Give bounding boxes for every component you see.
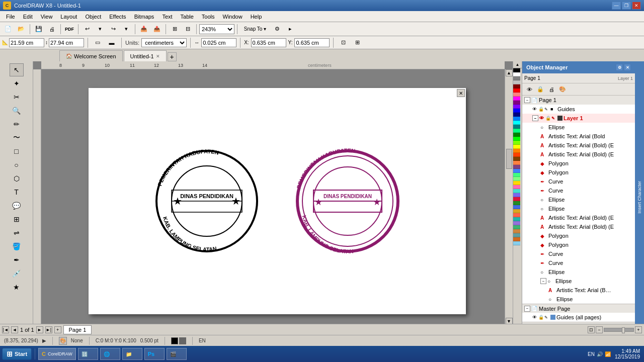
view-zoom-in[interactable]: + — [635, 326, 642, 333]
taskbar-calc[interactable]: 🔢 — [78, 348, 98, 360]
fill-tool[interactable]: 🪣 — [10, 240, 24, 253]
panel-move-down[interactable]: ↓ — [557, 323, 568, 324]
color-swatch[interactable] — [513, 105, 520, 109]
tab-document[interactable]: Untitled-1 ✕ — [124, 50, 167, 61]
color-swatch[interactable] — [513, 233, 520, 237]
tree-text-6[interactable]: A Artistic Text: Arial (Bold — [522, 286, 635, 295]
outline-tool[interactable]: ✒ — [10, 253, 24, 266]
zoom-thumb[interactable] — [622, 327, 625, 333]
import-button[interactable]: 📥 — [138, 24, 150, 35]
tree-polygon-4[interactable]: ◆ Polygon — [522, 240, 635, 249]
ellipse-tool[interactable]: ○ — [10, 158, 24, 171]
page-prev[interactable]: ◄ — [11, 326, 18, 333]
close-button[interactable]: ✕ — [632, 2, 641, 10]
color-swatch[interactable] — [513, 201, 520, 205]
panel-print[interactable]: 🖨 — [546, 85, 556, 94]
portrait-btn[interactable]: ▭ — [92, 37, 104, 48]
color-swatch[interactable] — [513, 197, 520, 201]
color-swatch[interactable] — [513, 241, 520, 245]
color-swatch-1[interactable] — [171, 337, 178, 344]
undo-button[interactable]: ↩ — [81, 24, 93, 35]
polygon-tool[interactable]: ⬡ — [10, 172, 24, 185]
tree-text-2[interactable]: A Artistic Text: Arial (Bold) (E — [522, 141, 635, 150]
color-swatch[interactable] — [513, 121, 520, 125]
tree-ellipse-2[interactable]: ○ Ellipse — [522, 195, 635, 204]
restore-button[interactable]: ❐ — [622, 2, 631, 10]
taskbar-photoshop[interactable]: Ps — [144, 348, 165, 360]
panel-color[interactable]: 🎨 — [557, 85, 568, 94]
open-button[interactable]: 📂 — [15, 24, 27, 35]
shape-edit-tool[interactable]: ✦ — [10, 77, 24, 90]
text-tool[interactable]: T — [10, 186, 24, 199]
minimize-button[interactable]: — — [612, 2, 621, 10]
color-swatch[interactable] — [513, 205, 520, 209]
insert-char-panel[interactable]: Insert Character — [635, 61, 644, 324]
align-btn[interactable]: ⊞ — [351, 37, 363, 48]
menu-tools[interactable]: Tools — [198, 13, 219, 21]
rectangle-tool[interactable]: □ — [10, 145, 24, 158]
tree-polygon-3[interactable]: ◆ Polygon — [522, 231, 635, 240]
tree-guides-all[interactable]: 👁 🔒 ✎ Guides (all pages) — [522, 313, 635, 322]
panel-scroll-left[interactable]: ◄ — [580, 323, 590, 324]
panel-lock[interactable]: 🔒 — [535, 85, 545, 94]
callout-tool[interactable]: 💬 — [10, 199, 24, 212]
undo-dropdown[interactable]: ▾ — [94, 24, 106, 35]
start-button[interactable]: ⊞ Start — [2, 348, 32, 360]
page-add[interactable]: + — [54, 326, 61, 333]
nudge-input[interactable] — [201, 38, 236, 47]
units-select[interactable]: centimeters inches pixels — [141, 38, 187, 47]
x-input[interactable] — [251, 38, 286, 47]
color-swatch[interactable] — [513, 213, 520, 217]
color-swatch[interactable] — [513, 177, 520, 181]
tree-text-5[interactable]: A Artistic Text: Arial (Bold) (E — [522, 222, 635, 231]
color-swatch[interactable] — [513, 68, 520, 72]
menu-edit[interactable]: Edit — [19, 13, 37, 21]
tree-ellipse-3[interactable]: ○ Ellipse — [522, 204, 635, 213]
color-swatch[interactable] — [513, 125, 520, 129]
crop-tool[interactable]: ✂ — [10, 90, 24, 104]
color-swatch[interactable] — [513, 80, 520, 84]
color-swatch[interactable] — [513, 133, 520, 137]
color-swatch[interactable] — [513, 181, 520, 185]
eyedropper-tool[interactable]: 💉 — [10, 267, 24, 280]
color-swatch[interactable] — [513, 221, 520, 225]
color-swatch[interactable] — [513, 72, 520, 76]
scroll-down[interactable]: ▼ — [506, 318, 513, 324]
tree-ellipse-5[interactable]: ○ Ellipse — [522, 295, 635, 304]
menu-table[interactable]: Table — [177, 13, 198, 21]
print-button[interactable]: 🖨 — [46, 24, 58, 35]
color-swatch[interactable] — [513, 229, 520, 233]
tree-group-ellipse[interactable]: − ○ Ellipse — [522, 277, 635, 286]
group-ellipse-toggle[interactable]: − — [540, 278, 546, 284]
layer1-toggle[interactable]: − — [532, 115, 538, 121]
tree-curve-3[interactable]: ✒ Curve — [522, 249, 635, 258]
panel-close[interactable]: ✕ — [624, 64, 631, 71]
panel-move-up[interactable]: ↑ — [546, 323, 556, 324]
tree-ellipse-4[interactable]: ○ Ellipse — [522, 267, 635, 277]
color-swatch[interactable] — [513, 237, 520, 241]
panel-scroll-right[interactable]: ► — [591, 323, 601, 324]
smart-fill-tool[interactable]: ★ — [10, 281, 24, 294]
color-swatch[interactable] — [513, 173, 520, 177]
color-swatch[interactable] — [513, 189, 520, 193]
tree-curve-1[interactable]: ✒ Curve — [522, 177, 635, 186]
export-button[interactable]: 📤 — [151, 24, 163, 35]
menu-file[interactable]: File — [2, 13, 19, 21]
color-swatch[interactable] — [513, 149, 520, 153]
menu-window[interactable]: Window — [219, 13, 247, 21]
color-swatch[interactable] — [513, 217, 520, 221]
color-swatch[interactable] — [513, 193, 520, 197]
page1-toggle[interactable]: − — [524, 97, 530, 103]
tab-add-btn[interactable]: + — [168, 52, 177, 61]
tree-polygon-1[interactable]: ◆ Polygon — [522, 159, 635, 168]
panel-settings[interactable]: ⚙ — [616, 64, 623, 71]
tree-polygon-2[interactable]: ◆ Polygon — [522, 168, 635, 177]
color-swatch[interactable] — [513, 137, 520, 141]
color-swatch[interactable] — [513, 93, 520, 97]
menu-text[interactable]: Text — [158, 13, 176, 21]
tree-layer1[interactable]: − 👁 🔒 ✎ Layer 1 — [522, 114, 635, 123]
color-swatch[interactable] — [513, 225, 520, 229]
taskbar-media[interactable]: 🎬 — [167, 348, 187, 360]
save-button[interactable]: 💾 — [33, 24, 45, 35]
color-swatch[interactable] — [513, 88, 520, 93]
